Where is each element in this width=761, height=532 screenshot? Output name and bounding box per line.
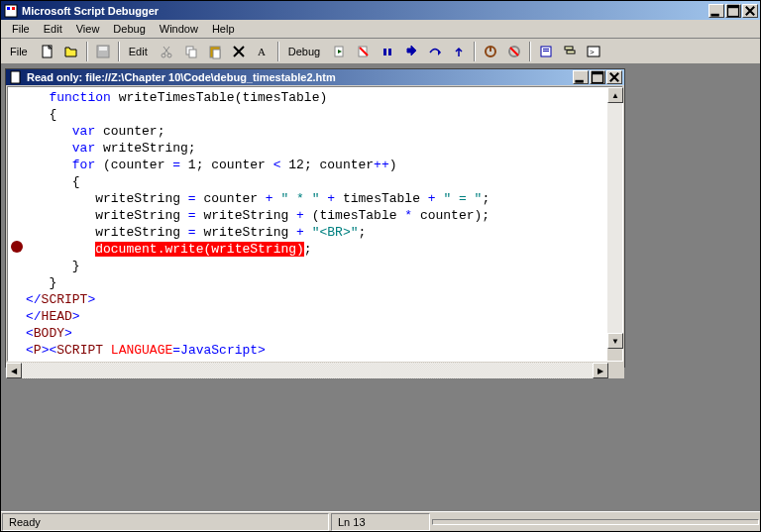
svg-rect-26 xyxy=(565,47,573,50)
doc-minimize-button[interactable] xyxy=(573,70,589,84)
run-icon[interactable] xyxy=(329,41,351,62)
svg-rect-21 xyxy=(489,47,491,52)
minimize-button[interactable] xyxy=(708,4,724,18)
toggle-breakpoint-icon[interactable] xyxy=(480,41,501,62)
copy-icon[interactable] xyxy=(180,41,202,62)
svg-rect-2 xyxy=(12,7,15,10)
running-docs-icon[interactable] xyxy=(535,41,557,62)
open-file-icon[interactable] xyxy=(60,41,82,62)
scroll-up-icon[interactable]: ▲ xyxy=(607,87,623,103)
app-icon xyxy=(3,3,19,19)
menu-help[interactable]: Help xyxy=(205,21,242,37)
scroll-corner xyxy=(608,363,624,378)
doc-close-button[interactable] xyxy=(606,70,622,84)
maximize-button[interactable] xyxy=(725,4,741,18)
toolbar-debug-label: Debug xyxy=(283,44,325,59)
svg-rect-14 xyxy=(213,50,220,58)
svg-rect-3 xyxy=(710,13,718,16)
svg-rect-24 xyxy=(543,49,549,50)
toolbar-file-label: File xyxy=(5,44,33,59)
mdi-area: Read only: file://Z:\Chapter 10\Code\deb… xyxy=(1,64,760,511)
paste-icon[interactable] xyxy=(204,41,226,62)
svg-rect-12 xyxy=(189,50,196,57)
save-icon[interactable] xyxy=(92,41,114,62)
statusbar: Ready Ln 13 xyxy=(1,511,760,531)
separator xyxy=(474,42,476,61)
step-out-icon[interactable] xyxy=(448,41,470,62)
separator xyxy=(529,42,531,61)
step-over-icon[interactable] xyxy=(424,41,446,62)
svg-rect-27 xyxy=(567,51,575,53)
toolbar: File Edit A Debug > xyxy=(1,39,760,64)
horizontal-scrollbar[interactable]: ◀ ▶ xyxy=(6,363,624,378)
titlebar[interactable]: Microsoft Script Debugger xyxy=(1,1,760,20)
call-stack-icon[interactable] xyxy=(559,41,581,62)
menu-view[interactable]: View xyxy=(69,21,107,37)
clear-breakpoints-icon[interactable] xyxy=(503,41,525,62)
delete-icon[interactable] xyxy=(228,41,250,62)
status-text: Ready xyxy=(2,513,329,531)
scroll-track[interactable] xyxy=(22,363,593,378)
svg-rect-5 xyxy=(727,5,738,8)
svg-rect-30 xyxy=(11,71,20,83)
font-icon[interactable]: A xyxy=(252,41,273,62)
code-content[interactable]: function writeTimesTable(timesTable) { v… xyxy=(26,87,606,361)
toolbar-edit-label: Edit xyxy=(124,44,153,59)
svg-rect-31 xyxy=(575,80,583,83)
scroll-track[interactable] xyxy=(607,103,622,333)
svg-rect-8 xyxy=(99,47,107,51)
svg-text:>: > xyxy=(590,48,595,56)
menu-debug[interactable]: Debug xyxy=(106,21,152,37)
menubar: File Edit View Debug Window Help xyxy=(1,20,760,39)
status-spacer xyxy=(432,519,759,525)
svg-rect-18 xyxy=(383,49,386,55)
svg-rect-33 xyxy=(592,71,602,74)
menu-edit[interactable]: Edit xyxy=(37,21,69,37)
cut-icon[interactable] xyxy=(157,41,178,62)
command-window-icon[interactable]: > xyxy=(583,41,604,62)
vertical-scrollbar[interactable]: ▲ ▼ xyxy=(606,87,622,361)
scroll-left-icon[interactable]: ◀ xyxy=(6,363,22,378)
document-window: Read only: file://Z:\Chapter 10\Code\deb… xyxy=(5,68,625,368)
breakpoint-marker[interactable] xyxy=(11,241,23,253)
scroll-right-icon[interactable]: ▶ xyxy=(593,363,608,378)
status-line: Ln 13 xyxy=(331,513,430,531)
document-titlebar[interactable]: Read only: file://Z:\Chapter 10\Code\deb… xyxy=(6,69,624,85)
svg-rect-25 xyxy=(543,51,549,52)
scroll-down-icon[interactable]: ▼ xyxy=(607,333,623,349)
titlebar-text: Microsoft Script Debugger xyxy=(22,5,708,17)
main-window: Microsoft Script Debugger File Edit View… xyxy=(0,0,761,532)
svg-rect-19 xyxy=(388,49,391,55)
menu-file[interactable]: File xyxy=(5,21,37,37)
separator xyxy=(118,42,120,61)
code-area: function writeTimesTable(timesTable) { v… xyxy=(7,86,623,362)
separator xyxy=(86,42,88,61)
current-execution-line: document.write(writeString) xyxy=(95,242,304,257)
doc-maximize-button[interactable] xyxy=(590,70,605,84)
doc-icon xyxy=(8,69,24,85)
svg-text:A: A xyxy=(258,46,266,57)
separator xyxy=(277,42,279,61)
menu-window[interactable]: Window xyxy=(153,21,205,37)
step-into-icon[interactable] xyxy=(400,41,422,62)
stop-debug-icon[interactable] xyxy=(353,41,375,62)
gutter[interactable] xyxy=(8,87,26,361)
close-button[interactable] xyxy=(742,4,758,18)
break-icon[interactable] xyxy=(377,41,398,62)
new-file-icon[interactable] xyxy=(37,41,58,62)
document-title: Read only: file://Z:\Chapter 10\Code\deb… xyxy=(27,71,573,83)
svg-rect-0 xyxy=(5,5,17,17)
svg-rect-1 xyxy=(7,7,10,10)
